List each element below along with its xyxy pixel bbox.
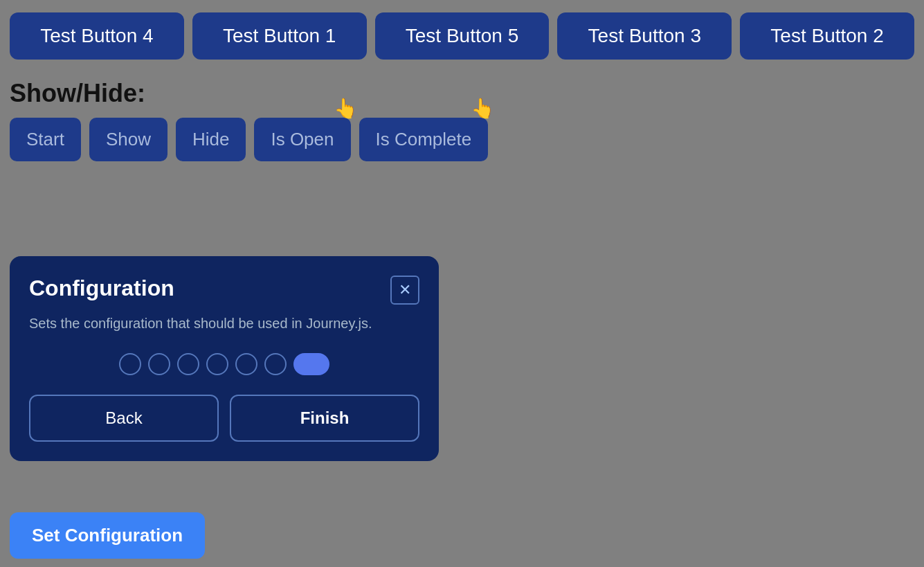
- top-button-btn4[interactable]: Test Button 4: [10, 12, 184, 60]
- top-button-btn2[interactable]: Test Button 2: [740, 12, 914, 60]
- top-button-btn3[interactable]: Test Button 3: [557, 12, 732, 60]
- progress-dot-1: [148, 353, 170, 375]
- modal-finish-button[interactable]: Finish: [230, 395, 419, 442]
- top-buttons-row: Test Button 4Test Button 1Test Button 5T…: [0, 0, 924, 72]
- modal-back-button[interactable]: Back: [29, 395, 219, 442]
- top-button-btn5[interactable]: Test Button 5: [375, 12, 550, 60]
- modal-container: Configuration ✕ Sets the configuration t…: [10, 256, 439, 461]
- modal-header: Configuration ✕: [29, 276, 419, 305]
- modal-description: Sets the configuration that should be us…: [29, 313, 419, 334]
- modal-dots-progress: [29, 353, 419, 375]
- modal: Configuration ✕ Sets the configuration t…: [10, 256, 439, 461]
- progress-dot-6: [293, 353, 329, 375]
- show-hide-button-start[interactable]: Start: [10, 118, 81, 161]
- modal-close-button[interactable]: ✕: [390, 276, 419, 305]
- progress-dot-0: [119, 353, 141, 375]
- modal-buttons: Back Finish: [29, 395, 419, 442]
- progress-dot-2: [177, 353, 199, 375]
- progress-dot-3: [206, 353, 228, 375]
- modal-title: Configuration: [29, 276, 174, 301]
- show-hide-button-hide[interactable]: Hide: [176, 118, 246, 161]
- show-hide-button-is_complete[interactable]: Is Complete: [359, 118, 489, 161]
- top-button-btn1[interactable]: Test Button 1: [192, 12, 367, 60]
- show-hide-buttons-row: StartShowHide👆Is Open👆Is Complete: [0, 118, 924, 175]
- progress-dot-5: [264, 353, 287, 375]
- progress-dot-4: [235, 353, 257, 375]
- section-title: Show/Hide:: [0, 72, 924, 118]
- show-hide-button-show[interactable]: Show: [89, 118, 167, 161]
- set-configuration-button[interactable]: Set Configuration: [10, 512, 205, 559]
- show-hide-button-is_open[interactable]: Is Open: [254, 118, 350, 161]
